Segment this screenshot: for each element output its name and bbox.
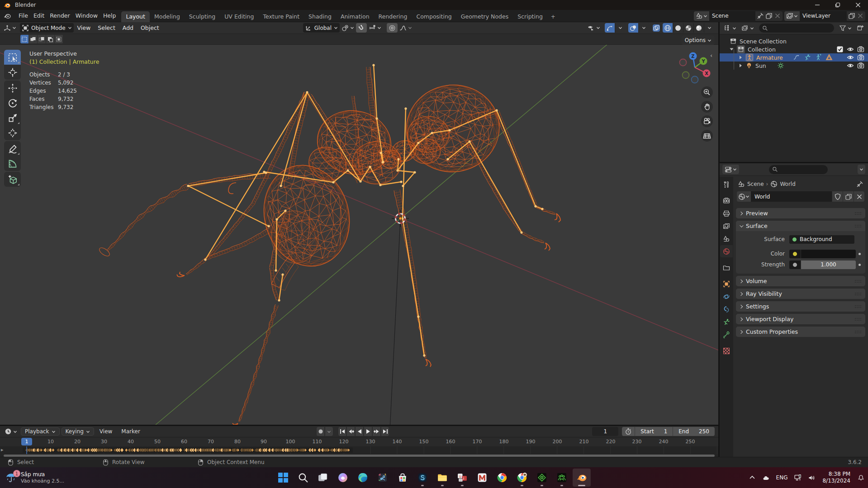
- search-button[interactable]: [294, 469, 312, 487]
- play-button[interactable]: [364, 427, 372, 436]
- collection-hide-icon[interactable]: [847, 46, 854, 53]
- green-group-app-button[interactable]: [553, 469, 571, 487]
- properties-tab-collection[interactable]: [720, 261, 733, 274]
- skype-button[interactable]: [413, 469, 432, 487]
- scene-delete-button[interactable]: [774, 12, 781, 19]
- properties-tab-tool[interactable]: [720, 178, 733, 190]
- sun-render-icon[interactable]: [857, 62, 864, 69]
- properties-tab-object[interactable]: [720, 278, 733, 290]
- workspace-tab-texture-paint[interactable]: Texture Paint: [258, 11, 304, 22]
- world-fake-user-button[interactable]: [832, 191, 843, 202]
- strength-slider[interactable]: 1.000: [789, 261, 856, 269]
- task-view-button[interactable]: [314, 469, 332, 487]
- workspace-tab-compositing[interactable]: Compositing: [412, 11, 456, 22]
- viewport-menu-select[interactable]: Select: [94, 24, 119, 31]
- previous-keyframe-button[interactable]: [347, 427, 355, 436]
- select-mode-intersect[interactable]: [55, 35, 63, 43]
- properties-tab-bone[interactable]: [720, 328, 733, 341]
- tool-annotate[interactable]: [4, 141, 21, 156]
- menu-render[interactable]: Render: [47, 10, 73, 22]
- workspace-tab-scripting[interactable]: Scripting: [513, 11, 547, 22]
- strength-animate-dot[interactable]: [859, 264, 861, 266]
- taskbar-weather-widget[interactable]: 1 Sắp mưa Vào khoảng 2.5...: [5, 471, 96, 484]
- sun-expand-arrow[interactable]: [740, 64, 742, 67]
- scene-browse-button[interactable]: [694, 11, 709, 21]
- start-frame-field[interactable]: Start1: [635, 427, 673, 436]
- window-maximize-button[interactable]: [827, 0, 848, 10]
- armature-render-icon[interactable]: [857, 54, 864, 61]
- viewlayer-browse-button[interactable]: [784, 11, 800, 21]
- timeline-ruler[interactable]: 1020304050607080901001101201301401501601…: [0, 437, 718, 446]
- panel-custom-properties-header[interactable]: Custom Properties: [736, 327, 865, 337]
- workspace-tab-modeling[interactable]: Modeling: [150, 11, 185, 22]
- sidebar-toggle-arrow[interactable]: ‹: [710, 52, 712, 59]
- timeline-menu-keying[interactable]: Keying: [62, 427, 94, 436]
- overlays-dropdown[interactable]: [639, 23, 649, 33]
- panel-volume-header[interactable]: Volume: [736, 276, 865, 286]
- play-reverse-button[interactable]: [356, 427, 363, 436]
- green-target-app-button[interactable]: [533, 469, 551, 487]
- gizmo-axis-y-label[interactable]: Y: [701, 59, 705, 64]
- properties-tab-data[interactable]: [720, 316, 733, 328]
- shading-dropdown[interactable]: [704, 23, 715, 33]
- workspace-tab-sculpting[interactable]: Sculpting: [185, 11, 220, 22]
- nav-zoom-button[interactable]: [701, 86, 713, 98]
- world-browse-button[interactable]: [737, 191, 751, 202]
- gizmo-dropdown[interactable]: [615, 23, 626, 33]
- tool-scale[interactable]: [4, 110, 21, 125]
- tool-select-box[interactable]: [4, 50, 21, 65]
- nav-pan-button[interactable]: [701, 101, 713, 113]
- m-app-button[interactable]: [473, 469, 491, 487]
- timeline-menu-playback[interactable]: Playback: [21, 427, 60, 436]
- snap-target-selector[interactable]: [367, 23, 383, 33]
- breadcrumb-pin-icon[interactable]: [856, 180, 863, 188]
- timeline-menu-marker[interactable]: Marker: [118, 428, 143, 435]
- mode-selector[interactable]: Object Mode: [20, 23, 74, 33]
- viewlayer-delete-button[interactable]: [857, 12, 864, 19]
- show-object-types-button[interactable]: [586, 23, 602, 33]
- tray-clock[interactable]: 8:38 PM8/13/2024: [819, 471, 854, 484]
- tray-volume-icon[interactable]: [805, 469, 819, 487]
- workspace-tab-rendering[interactable]: Rendering: [374, 11, 412, 22]
- copilot-button[interactable]: [334, 469, 352, 487]
- tool-rotate[interactable]: [4, 95, 21, 110]
- viewlayer-name-field[interactable]: ViewLayer: [800, 11, 847, 21]
- workspace-tab-geometry-nodes[interactable]: Geometry Nodes: [456, 11, 513, 22]
- workspace-tab-uv-editing[interactable]: UV Editing: [220, 11, 258, 22]
- properties-tab-output[interactable]: [720, 207, 733, 219]
- pivot-point-selector[interactable]: [340, 23, 356, 33]
- tool-transform[interactable]: [4, 125, 21, 140]
- use-preview-range-toggle[interactable]: [622, 427, 635, 436]
- start-button[interactable]: [274, 469, 292, 487]
- editor-type-button[interactable]: [2, 23, 18, 33]
- outliner-row-sun[interactable]: Sun: [720, 62, 868, 70]
- outliner-row-armature[interactable]: Armature: [720, 53, 868, 62]
- properties-search-input[interactable]: [769, 165, 828, 174]
- outliner-new-collection-button[interactable]: [855, 24, 866, 33]
- gizmo-axis-x-label[interactable]: X: [705, 71, 708, 76]
- menu-file[interactable]: File: [16, 10, 31, 22]
- collection-expand-arrow[interactable]: [730, 48, 734, 51]
- scene-name-field[interactable]: Scene: [709, 11, 755, 21]
- outliner-search-input[interactable]: [759, 24, 834, 33]
- properties-options-dropdown[interactable]: [858, 165, 865, 174]
- xray-toggle[interactable]: [653, 24, 660, 32]
- properties-tab-texture[interactable]: [720, 345, 733, 357]
- viewlayer-new-button[interactable]: [848, 12, 855, 19]
- window-minimize-button[interactable]: [807, 0, 827, 10]
- transform-orientation-selector[interactable]: Global: [303, 23, 340, 33]
- playhead[interactable]: 1: [21, 438, 32, 445]
- workspace-tab-shading[interactable]: Shading: [304, 11, 336, 22]
- properties-tab-constraints[interactable]: [720, 303, 733, 315]
- shading-wireframe-button[interactable]: [663, 23, 673, 33]
- tray-network-icon[interactable]: [791, 469, 805, 487]
- tray-onedrive-icon[interactable]: [759, 469, 773, 487]
- viewport-canvas[interactable]: [0, 22, 718, 425]
- tool-add-cube[interactable]: [4, 172, 21, 187]
- 3d-viewport[interactable]: Object Mode ViewSelectAddObject Global O…: [0, 22, 718, 425]
- blender-menu-logo-icon[interactable]: [4, 13, 11, 19]
- gizmo-axis-z-label[interactable]: Z: [691, 54, 694, 59]
- viewport-menu-add[interactable]: Add: [119, 24, 137, 31]
- menu-help[interactable]: Help: [100, 10, 119, 22]
- timeline-menu-view[interactable]: View: [96, 428, 116, 435]
